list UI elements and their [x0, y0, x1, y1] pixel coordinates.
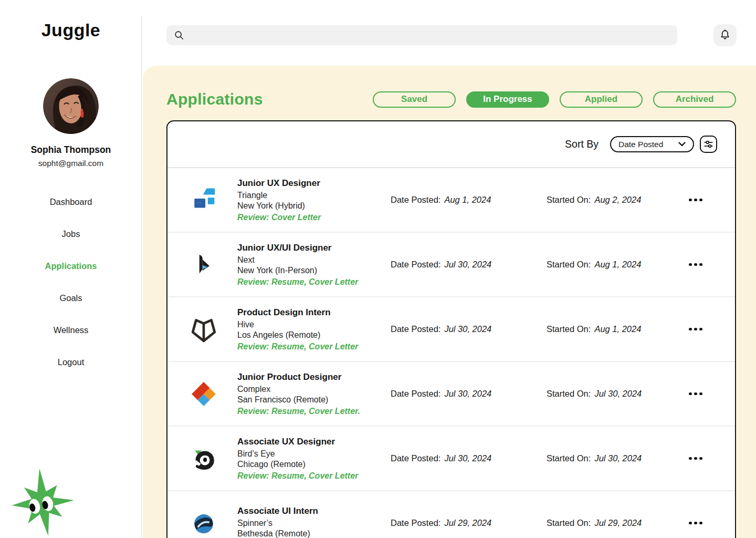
filter-archived[interactable]: Archived	[653, 91, 736, 108]
sidebar-item-wellness[interactable]: Wellness	[0, 314, 142, 346]
date-posted-label: Date Posted:	[391, 518, 440, 527]
filter-settings-button[interactable]	[700, 136, 717, 153]
company-name: Complex	[237, 384, 391, 395]
started-on-value: Jul 30, 2024	[594, 453, 642, 463]
date-posted: Date Posted:Jul 29, 2024	[391, 518, 547, 528]
started-on-label: Started On:	[547, 260, 591, 269]
job-location: New York (In-Person)	[237, 265, 391, 276]
date-posted-value: Jul 30, 2024	[444, 389, 491, 398]
sliders-icon	[703, 139, 714, 150]
company-name: Hive	[237, 319, 391, 330]
page-title: Applications	[166, 90, 263, 108]
company-name: Spinner’s	[237, 518, 391, 529]
search-bar[interactable]	[166, 25, 677, 45]
job-title: Junior UX Designer	[237, 178, 391, 189]
started-on: Started On:Aug 2, 2024	[547, 195, 677, 205]
started-on: Started On:Jul 30, 2024	[547, 453, 677, 463]
application-row: Associate UX Designer Bird’s Eye Chicago…	[167, 427, 735, 491]
user-name: Sophia Thompson	[0, 144, 142, 156]
sidebar-item-jobs[interactable]: Jobs	[0, 218, 142, 250]
company-name: Next	[237, 255, 391, 265]
started-on-label: Started On:	[547, 389, 591, 398]
date-posted-value: Jul 30, 2024	[444, 453, 491, 463]
next-logo	[192, 253, 215, 276]
applications-list: Junior UX Designer Triangle New York (Hy…	[167, 168, 735, 538]
date-posted-label: Date Posted:	[391, 260, 440, 269]
started-on-value: Aug 2, 2024	[594, 195, 641, 204]
application-row: Associate UI Intern Spinner’s Bethesda (…	[167, 491, 735, 538]
filter-pills: Saved In Progress Applied Archived	[373, 91, 736, 108]
date-posted: Date Posted:Jul 30, 2024	[391, 260, 547, 270]
job-info: Junior Product Designer Complex San Fran…	[217, 372, 391, 416]
job-location: San Francisco (Remote)	[237, 395, 391, 405]
sidebar-item-goals[interactable]: Goals	[0, 282, 142, 314]
review-status: Review: Resume, Cover Letter	[237, 471, 391, 481]
started-on-value: Aug 1, 2024	[594, 324, 641, 334]
ellipsis-icon	[689, 522, 692, 525]
started-on-label: Started On:	[547, 453, 591, 463]
notifications-button[interactable]	[713, 24, 737, 46]
job-title: Junior Product Designer	[237, 372, 391, 382]
magnifier-icon	[174, 30, 184, 40]
sort-dropdown[interactable]: Date Posted	[610, 136, 694, 152]
date-posted-label: Date Posted:	[391, 389, 440, 398]
row-menu-button[interactable]	[677, 259, 714, 271]
row-menu-button[interactable]	[677, 388, 714, 400]
user-email: sopht@gmail.com	[0, 159, 142, 168]
applications-card: Sort By Date Posted J	[166, 120, 736, 538]
date-posted-value: Aug 1, 2024	[444, 195, 491, 204]
filter-saved[interactable]: Saved	[373, 91, 456, 108]
sidebar: Juggle S	[0, 0, 142, 538]
main-content: Applications Saved In Progress Applied A…	[143, 66, 756, 538]
started-on: Started On:Jul 30, 2024	[547, 389, 677, 399]
birds-eye-logo	[191, 446, 217, 472]
sidebar-nav: Dashboard Jobs Applications Goals Wellne…	[0, 186, 142, 378]
date-posted-value: Jul 30, 2024	[444, 260, 491, 269]
started-on-value: Jul 29, 2024	[594, 518, 642, 527]
review-status: Review: Resume, Cover Letter	[237, 342, 391, 351]
job-info: Junior UX/UI Designer Next New York (In-…	[217, 243, 391, 287]
started-on-value: Aug 1, 2024	[594, 260, 641, 269]
started-on-label: Started On:	[547, 324, 591, 334]
ellipsis-icon	[689, 199, 692, 202]
company-logo	[190, 316, 217, 343]
search-input[interactable]	[190, 31, 670, 40]
date-posted-label: Date Posted:	[391, 195, 440, 204]
filter-applied[interactable]: Applied	[560, 91, 643, 108]
started-on: Started On:Jul 29, 2024	[547, 518, 677, 528]
company-logo	[190, 510, 217, 537]
company-logo	[190, 251, 217, 278]
row-menu-button[interactable]	[677, 324, 714, 335]
job-location: Bethesda (Remote)	[237, 529, 391, 538]
job-location: Chicago (Remote)	[237, 459, 391, 470]
started-on-value: Jul 30, 2024	[594, 389, 642, 398]
sidebar-item-logout[interactable]: Logout	[0, 346, 142, 378]
date-posted: Date Posted:Jul 30, 2024	[391, 389, 547, 399]
company-logo	[190, 445, 217, 472]
ellipsis-icon	[689, 328, 692, 331]
row-menu-button[interactable]	[677, 453, 714, 464]
job-info: Junior UX Designer Triangle New York (Hy…	[217, 178, 391, 222]
job-info: Product Design Intern Hive Los Angeles (…	[217, 307, 391, 351]
application-row: Junior UX Designer Triangle New York (Hy…	[167, 168, 735, 233]
application-row: Junior UX/UI Designer Next New York (In-…	[167, 233, 735, 297]
triangle-logo	[191, 187, 217, 213]
date-posted-value: Jul 30, 2024	[444, 324, 491, 334]
date-posted-label: Date Posted:	[391, 324, 440, 334]
job-location: Los Angeles (Remote)	[237, 330, 391, 340]
star-mascot-icon	[7, 465, 78, 536]
row-menu-button[interactable]	[677, 518, 714, 529]
bell-icon	[719, 29, 731, 42]
sidebar-item-applications[interactable]: Applications	[0, 250, 142, 282]
job-title: Junior UX/UI Designer	[237, 243, 391, 253]
date-posted-value: Jul 29, 2024	[444, 518, 491, 527]
review-status: Review: Resume, Cover Letter.	[237, 407, 391, 416]
sort-by-label: Sort By	[565, 138, 598, 150]
row-menu-button[interactable]	[677, 194, 714, 206]
filter-in-progress[interactable]: In Progress	[466, 91, 549, 108]
review-status: Review: Resume, Cover Letter	[237, 277, 391, 287]
sidebar-item-dashboard[interactable]: Dashboard	[0, 186, 142, 218]
job-info: Associate UI Intern Spinner’s Bethesda (…	[217, 506, 391, 538]
ellipsis-icon	[689, 457, 692, 460]
job-title: Product Design Intern	[237, 307, 391, 318]
